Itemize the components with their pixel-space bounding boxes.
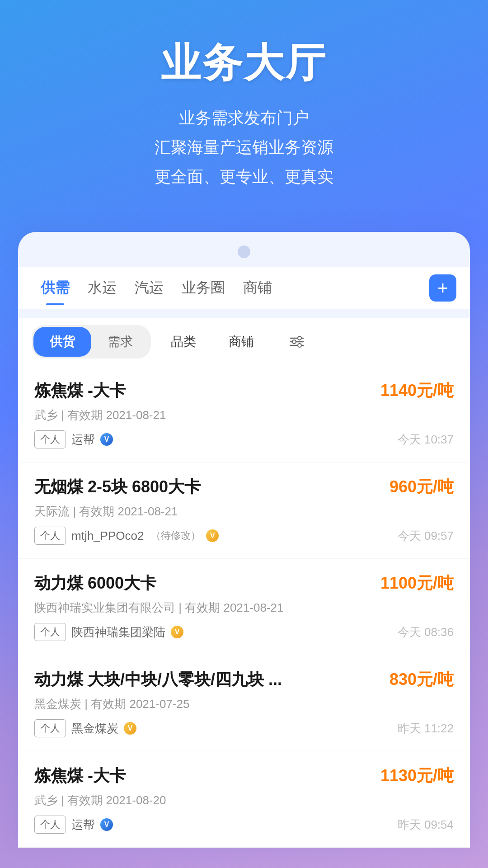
tab-supply-demand[interactable]: 供需 xyxy=(32,267,79,309)
item-time: 昨天 09:54 xyxy=(398,817,454,833)
vip-icon: V xyxy=(206,529,219,542)
subtitle-line2: 汇聚海量产运销业务资源 xyxy=(18,133,470,162)
list-item[interactable]: 炼焦煤 -大卡 1130元/吨 武乡 | 有效期 2021-08-20 个人 运… xyxy=(18,751,470,848)
user-name: 黑金煤炭 xyxy=(71,721,118,736)
tab-bar: 供需 水运 汽运 业务圈 商铺 + xyxy=(18,267,470,309)
item-title: 炼焦煤 -大卡 xyxy=(34,380,126,402)
item-price: 960元/吨 xyxy=(389,476,454,498)
pending-tag: （待修改） xyxy=(151,529,201,542)
user-name: 陕西神瑞集团梁陆 xyxy=(71,624,165,640)
tab-road-transport[interactable]: 汽运 xyxy=(126,267,173,309)
item-title: 无烟煤 2-5块 6800大卡 xyxy=(34,476,201,498)
item-title: 动力煤 大块/中块/八零块/四九块 ... xyxy=(34,669,282,691)
personal-tag: 个人 xyxy=(34,719,66,737)
item-time: 今天 10:37 xyxy=(398,432,454,448)
item-location: 武乡 xyxy=(34,408,58,422)
item-price: 1130元/吨 xyxy=(380,765,454,787)
list-item[interactable]: 动力煤 大块/中块/八零块/四九块 ... 830元/吨 黑金煤炭 | 有效期 … xyxy=(18,655,470,751)
item-meta: 黑金煤炭 | 有效期 2021-07-25 xyxy=(34,696,454,712)
item-time: 今天 09:57 xyxy=(398,528,454,544)
camera-dot xyxy=(238,245,250,258)
filter-toggle: 供货 需求 xyxy=(32,325,151,359)
personal-tag: 个人 xyxy=(34,816,66,834)
item-price: 830元/吨 xyxy=(389,669,454,691)
item-location: 陕西神瑞实业集团有限公司 xyxy=(34,601,175,614)
supply-toggle[interactable]: 供货 xyxy=(33,327,91,357)
list-item[interactable]: 无烟煤 2-5块 6800大卡 960元/吨 天际流 | 有效期 2021-08… xyxy=(18,462,470,559)
personal-tag: 个人 xyxy=(34,527,66,545)
item-time: 昨天 11:22 xyxy=(398,721,454,736)
filter-divider xyxy=(274,335,274,349)
svg-point-5 xyxy=(298,344,301,347)
item-title: 炼焦煤 -大卡 xyxy=(34,765,126,787)
svg-point-3 xyxy=(298,336,301,340)
vip-icon: V xyxy=(124,722,136,735)
personal-tag: 个人 xyxy=(34,623,66,641)
subtitle-line1: 业务需求发布门户 xyxy=(18,104,470,133)
tab-business-circle[interactable]: 业务圈 xyxy=(173,267,234,309)
filter-icon xyxy=(289,334,305,350)
user-name: mtjh_PPOco2 xyxy=(71,529,144,543)
item-validity: 有效期 2021-08-20 xyxy=(67,793,166,807)
list-item[interactable]: 炼焦煤 -大卡 1140元/吨 武乡 | 有效期 2021-08-21 个人 运… xyxy=(18,366,470,462)
list-item[interactable]: 动力煤 6000大卡 1100元/吨 陕西神瑞实业集团有限公司 | 有效期 20… xyxy=(18,559,470,655)
item-location: 武乡 xyxy=(34,793,58,807)
subtitle-line3: 更全面、更专业、更真实 xyxy=(18,162,470,192)
item-location: 黑金煤炭 xyxy=(34,697,81,711)
tab-water-transport[interactable]: 水运 xyxy=(79,267,126,309)
item-validity: 有效期 2021-07-25 xyxy=(91,697,189,711)
vip-icon: V xyxy=(171,626,183,638)
hero-section: 业务大厅 业务需求发布门户 汇聚海量产运销业务资源 更全面、更专业、更真实 xyxy=(0,0,488,218)
add-button[interactable]: + xyxy=(429,274,456,302)
item-price: 1140元/吨 xyxy=(380,380,454,402)
category-filter[interactable]: 品类 xyxy=(158,327,209,357)
item-title: 动力煤 6000大卡 xyxy=(34,572,156,594)
item-meta: 武乡 | 有效期 2021-08-21 xyxy=(34,407,454,423)
filter-bar: 供货 需求 品类 商铺 xyxy=(18,318,470,366)
vip-icon: V xyxy=(100,433,113,446)
item-meta: 陕西神瑞实业集团有限公司 | 有效期 2021-08-21 xyxy=(34,600,454,616)
user-name: 运帮 xyxy=(71,817,95,833)
item-location: 天际流 xyxy=(34,505,70,518)
filter-icon-button[interactable] xyxy=(282,330,312,354)
item-validity: 有效期 2021-08-21 xyxy=(67,408,166,422)
main-card: 供需 水运 汽运 业务圈 商铺 + 供货 需求 品类 商铺 xyxy=(18,232,470,848)
item-validity: 有效期 2021-08-21 xyxy=(185,601,283,614)
hero-title: 业务大厅 xyxy=(18,36,470,90)
item-validity: 有效期 2021-08-21 xyxy=(79,505,178,518)
item-meta: 武乡 | 有效期 2021-08-20 xyxy=(34,793,454,808)
demand-toggle[interactable]: 需求 xyxy=(91,327,149,357)
svg-point-4 xyxy=(292,340,296,344)
shop-filter[interactable]: 商铺 xyxy=(216,327,267,357)
user-name: 运帮 xyxy=(71,432,95,448)
item-meta: 天际流 | 有效期 2021-08-21 xyxy=(34,504,454,519)
personal-tag: 个人 xyxy=(34,430,66,448)
listing-list: 炼焦煤 -大卡 1140元/吨 武乡 | 有效期 2021-08-21 个人 运… xyxy=(18,366,470,848)
item-price: 1100元/吨 xyxy=(380,572,454,594)
tab-store[interactable]: 商铺 xyxy=(234,267,281,309)
hero-subtitle: 业务需求发布门户 汇聚海量产运销业务资源 更全面、更专业、更真实 xyxy=(18,104,470,191)
vip-icon: V xyxy=(100,818,113,831)
item-time: 今天 08:36 xyxy=(398,624,454,640)
